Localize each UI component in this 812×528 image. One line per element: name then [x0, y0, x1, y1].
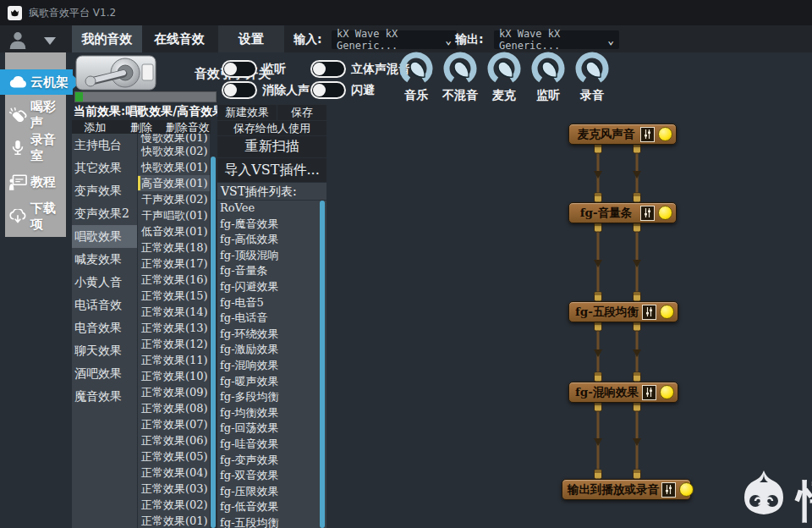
- node-settings-icon[interactable]: [642, 385, 656, 400]
- effect-list-item[interactable]: 正常效果(12): [138, 336, 210, 352]
- vst-plugin-item[interactable]: fg-激励效果: [217, 342, 326, 358]
- tab-online-effects[interactable]: 在线音效: [142, 25, 217, 52]
- vst-plugin-item[interactable]: fg-低音效果: [217, 499, 326, 515]
- toggle-remove-vocals[interactable]: 消除人声: [222, 81, 310, 99]
- effect-list-item[interactable]: 正常效果(10): [138, 368, 210, 384]
- effect-list-item[interactable]: 正常效果(13): [138, 320, 210, 336]
- effect-list-scrollbar[interactable]: [211, 157, 216, 528]
- effect-list-item[interactable]: 正常效果(01): [138, 513, 210, 528]
- sidebar-item-tutorial[interactable]: 教程: [5, 169, 66, 195]
- category-list-item[interactable]: 其它效果: [72, 157, 137, 179]
- vst-plugin-item[interactable]: RoVee: [217, 201, 326, 217]
- category-list-item[interactable]: 小黄人音: [72, 271, 137, 294]
- vst-plugin-item[interactable]: fg-压限效果: [217, 484, 326, 500]
- effect-list-item[interactable]: 正常效果(08): [138, 400, 210, 416]
- vst-plugin-item[interactable]: fg-哇音效果: [217, 437, 326, 453]
- node-output-playback-record[interactable]: 输出到播放或录音: [562, 479, 691, 500]
- engine-switch[interactable]: [74, 52, 161, 93]
- effect-list-item[interactable]: 干声唱歌(01): [138, 207, 210, 223]
- effect-list-item[interactable]: 正常效果(14): [138, 304, 210, 320]
- effect-list-item[interactable]: 低音效果(01): [138, 223, 210, 239]
- category-list-item[interactable]: 聊天效果: [72, 339, 137, 362]
- vst-plugin-item[interactable]: fg-顶级混响: [217, 248, 326, 264]
- vst-plugin-item[interactable]: fg-暖声效果: [217, 374, 326, 390]
- vst-plugin-item[interactable]: fg-多段均衡: [217, 389, 326, 405]
- vst-plugin-item[interactable]: fg-电话音: [217, 311, 326, 327]
- category-list-item[interactable]: 电音效果: [72, 316, 137, 339]
- avatar-dropdown-icon[interactable]: [44, 37, 56, 45]
- node-status-light[interactable]: [658, 206, 672, 220]
- node-settings-icon[interactable]: [640, 206, 655, 221]
- tab-my-effects[interactable]: 我的音效: [72, 25, 142, 52]
- input-device-select[interactable]: kX Wave kX Generic...⌄: [332, 30, 457, 49]
- node-volume-bar[interactable]: fg-音量条: [568, 202, 677, 223]
- tab-settings[interactable]: 设置: [218, 25, 284, 52]
- user-avatar-icon[interactable]: [8, 30, 27, 49]
- node-status-light[interactable]: [679, 482, 694, 497]
- vst-plugin-item[interactable]: fg-魔音效果: [217, 217, 326, 233]
- import-vst-button[interactable]: 导入VST插件...: [217, 158, 326, 182]
- vst-plugin-item[interactable]: fg-五段均衡: [217, 515, 326, 528]
- vst-plugin-item[interactable]: fg-电音5: [217, 295, 326, 311]
- toggle-monitor[interactable]: 监听: [222, 60, 286, 78]
- node-status-light[interactable]: [658, 127, 672, 141]
- effect-list-item[interactable]: 干声效果(02): [138, 191, 210, 207]
- effect-list-item[interactable]: 快歌效果(01): [138, 159, 210, 175]
- rescan-button[interactable]: 重新扫描: [217, 136, 326, 157]
- node-five-band-eq[interactable]: fg-五段均衡: [568, 301, 678, 322]
- save-button[interactable]: 保存: [277, 105, 326, 120]
- vst-list-scrollbar[interactable]: [320, 201, 325, 528]
- new-effect-button[interactable]: 新建效果: [217, 105, 277, 120]
- node-settings-icon[interactable]: [640, 127, 655, 142]
- node-status-light[interactable]: [660, 305, 674, 319]
- vst-plugin-item[interactable]: fg-双音效果: [217, 468, 326, 484]
- category-list-item[interactable]: 电话音效: [72, 294, 137, 316]
- effect-list-item[interactable]: 高音效果(01): [138, 175, 210, 191]
- node-settings-icon[interactable]: [661, 482, 676, 498]
- sidebar-item-applause[interactable]: 喝彩声: [5, 102, 66, 128]
- effect-list-item[interactable]: 慢歌效果(01): [138, 134, 210, 143]
- vst-plugin-item[interactable]: fg-高低效果: [217, 232, 326, 248]
- category-list-item[interactable]: 喊麦效果: [72, 248, 137, 271]
- effect-list-item[interactable]: 正常效果(04): [138, 465, 210, 481]
- effect-list-item[interactable]: 正常效果(17): [138, 256, 210, 272]
- toggle-switch[interactable]: [222, 60, 257, 78]
- effect-list-item[interactable]: 正常效果(11): [138, 352, 210, 368]
- toggle-switch[interactable]: [222, 81, 257, 99]
- effect-list-item[interactable]: 正常效果(05): [138, 448, 210, 465]
- effect-list-item[interactable]: 正常效果(18): [138, 239, 210, 256]
- node-status-light[interactable]: [660, 385, 674, 399]
- vst-plugin-item[interactable]: fg-音量条: [217, 263, 326, 279]
- category-list-item[interactable]: 魔音效果: [72, 385, 137, 408]
- effect-list-item[interactable]: 正常效果(15): [138, 288, 210, 304]
- save-for-others-button[interactable]: 保存给他人使用: [217, 121, 326, 135]
- effect-list-item[interactable]: 正常效果(06): [138, 432, 210, 448]
- remove-effect-button[interactable]: 删除音效: [164, 120, 211, 134]
- effect-list-item[interactable]: 正常效果(09): [138, 384, 210, 400]
- sidebar-item-downloads[interactable]: 下载项: [5, 204, 66, 229]
- output-device-select[interactable]: kX Wave kX Generic...⌄: [494, 30, 619, 49]
- effect-list-item[interactable]: 正常效果(02): [138, 497, 210, 513]
- vst-plugin-item[interactable]: fg-环绕效果: [217, 327, 326, 343]
- category-list-item[interactable]: 酒吧效果: [72, 362, 137, 385]
- category-list-item[interactable]: 唱歌效果: [72, 225, 137, 248]
- category-list-item[interactable]: 主持电台: [72, 134, 137, 157]
- effect-list-item[interactable]: 正常效果(03): [138, 481, 210, 497]
- node-microphone-sound[interactable]: 麦克风声音: [568, 124, 677, 145]
- effect-list-item[interactable]: 正常效果(16): [138, 272, 210, 288]
- node-reverb-effect[interactable]: fg-混响效果: [568, 382, 678, 403]
- sidebar-item-cloud-rack[interactable]: 云机架: [0, 69, 73, 95]
- effect-list-item[interactable]: 正常效果(07): [138, 416, 210, 432]
- node-settings-icon[interactable]: [642, 305, 656, 320]
- vst-plugin-item[interactable]: fg-混响效果: [217, 358, 326, 374]
- sidebar-item-recording-studio[interactable]: 录音室: [5, 135, 66, 161]
- vst-plugin-item[interactable]: fg-均衡效果: [217, 405, 326, 421]
- category-list-item[interactable]: 变声效果2: [72, 202, 137, 225]
- category-list-item[interactable]: 变声效果: [72, 179, 137, 202]
- vst-plugin-item[interactable]: fg-闪避效果: [217, 279, 326, 295]
- effect-list-item[interactable]: 快歌效果(02): [138, 143, 210, 159]
- vst-plugin-item[interactable]: fg-回荡效果: [217, 421, 326, 437]
- vst-plugin-item[interactable]: fg-变声效果: [217, 453, 326, 469]
- add-button[interactable]: 添加: [72, 120, 118, 134]
- remove-button[interactable]: 删除: [118, 120, 165, 134]
